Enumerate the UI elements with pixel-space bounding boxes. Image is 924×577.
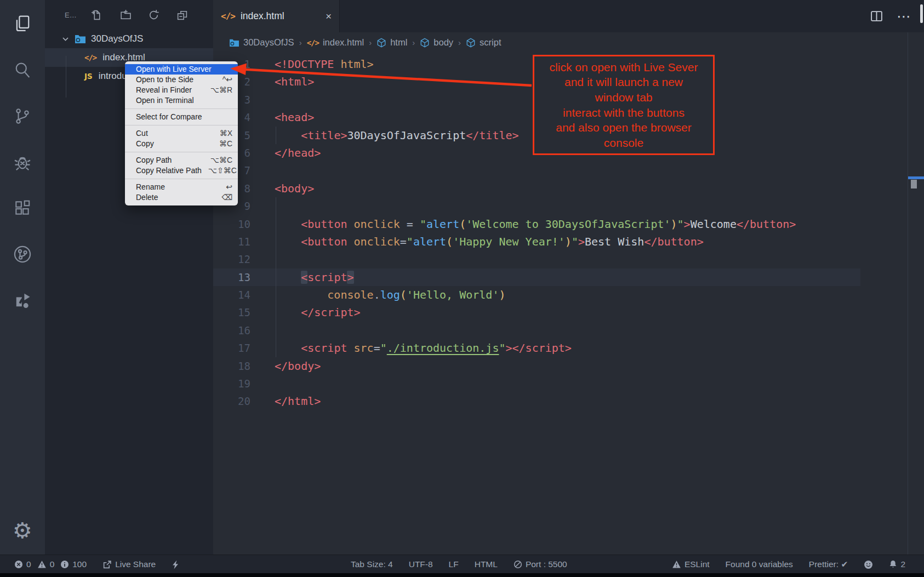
- menu-item-rename[interactable]: Rename↩: [125, 182, 238, 192]
- status-item-found-0-variables[interactable]: Found 0 variables: [726, 559, 793, 569]
- code-line-7[interactable]: 7: [213, 162, 924, 179]
- menu-item-delete[interactable]: Delete⌫: [125, 192, 238, 203]
- breadcrumb-item-script[interactable]: script: [466, 37, 501, 48]
- code-token: ": [380, 341, 387, 355]
- code-token: =: [400, 235, 407, 248]
- status-center: Tab Size: 4UTF-8LFHTMLPort : 5500: [351, 555, 567, 574]
- menu-separator: [125, 152, 238, 152]
- code-token: ): [499, 288, 505, 301]
- settings-gear-icon[interactable]: ⚙: [0, 516, 45, 545]
- status-item-eslint[interactable]: ESLint: [672, 559, 710, 569]
- code-token: <script: [301, 341, 347, 355]
- files-icon[interactable]: [0, 0, 45, 47]
- search-icon[interactable]: [0, 47, 45, 93]
- code-token: .: [374, 288, 380, 301]
- menu-item-copy[interactable]: Copy⌘C: [125, 139, 238, 149]
- status-item-100[interactable]: 100: [60, 559, 87, 569]
- folder-icon: [229, 38, 239, 47]
- status-item-live-share[interactable]: Live Share: [102, 559, 156, 569]
- explorer-title: E…: [65, 11, 77, 19]
- status-item-html[interactable]: HTML: [475, 559, 498, 569]
- menu-separator: [125, 108, 238, 109]
- code-line-17[interactable]: 17 <script src="./introduction.js"></scr…: [213, 339, 924, 357]
- menu-item-shortcut: ⌘X: [220, 128, 232, 139]
- menu-item-shortcut: ⌥⌘C: [210, 155, 232, 165]
- collapse-all-icon[interactable]: [176, 9, 189, 21]
- code-line-10[interactable]: 10 <button onclick = "alert('Welcome to …: [213, 215, 924, 233]
- new-folder-icon[interactable]: [119, 9, 132, 21]
- scrollbar-thumb[interactable]: [911, 180, 917, 188]
- code-line-16[interactable]: 16: [213, 322, 924, 339]
- code-token: Best Wish: [585, 235, 644, 248]
- breadcrumb-item-html[interactable]: html: [377, 37, 407, 48]
- new-file-icon[interactable]: [91, 9, 103, 21]
- status-item-prettier-[interactable]: Prettier: ✔: [809, 559, 848, 569]
- code-line-20[interactable]: 20</html>: [213, 392, 924, 410]
- code-line-12[interactable]: 12: [213, 250, 924, 268]
- code-line-11[interactable]: 11 <button onclick="alert('Happy New Yea…: [213, 233, 924, 250]
- code-line-13[interactable]: 13 <script>: [213, 268, 924, 286]
- code-token: <button: [301, 218, 347, 231]
- refresh-icon[interactable]: [148, 9, 160, 21]
- status-item-text: 0: [26, 559, 31, 569]
- code-line-8[interactable]: 8<body>: [213, 180, 924, 197]
- source-control-icon[interactable]: [0, 93, 45, 139]
- tab-index-html[interactable]: </> index.html ×: [213, 0, 340, 32]
- menu-separator: [125, 179, 238, 179]
- status-item-0[interactable]: 0: [37, 559, 55, 569]
- tree-root-folder[interactable]: 30DaysOfJS: [45, 30, 213, 48]
- code-token: Welcome: [691, 218, 737, 231]
- code-token: src: [347, 341, 373, 355]
- annotation-box: click on open with Live Severand it will…: [533, 55, 715, 155]
- code-line-15[interactable]: 15 </script>: [213, 304, 924, 321]
- close-icon[interactable]: ×: [326, 10, 332, 22]
- window-scrollbar[interactable]: [920, 4, 923, 23]
- bell-icon: [889, 560, 897, 569]
- status-item-text: Live Share: [115, 559, 156, 569]
- extensions-icon[interactable]: [0, 185, 45, 231]
- smiley-icon: [864, 560, 873, 569]
- menu-item-reveal-in-finder[interactable]: Reveal in Finder⌥⌘R: [125, 85, 238, 95]
- code-token: ): [671, 218, 677, 231]
- menu-item-open-with-live-server[interactable]: Open with Live Server: [125, 64, 238, 75]
- status-item-lf[interactable]: LF: [449, 559, 459, 569]
- breadcrumb-label: 30DaysOfJS: [243, 37, 294, 48]
- status-item-smiley[interactable]: [864, 560, 873, 569]
- status-item-lightning-bolt[interactable]: [172, 560, 179, 569]
- share-arrow-icon[interactable]: [0, 277, 45, 323]
- code-line-19[interactable]: 19: [213, 375, 924, 392]
- breadcrumb-separator: ›: [299, 38, 302, 47]
- status-item-2[interactable]: 2: [889, 559, 905, 569]
- menu-item-cut[interactable]: Cut⌘X: [125, 128, 238, 139]
- status-item-port-5500[interactable]: Port : 5500: [514, 559, 567, 569]
- split-editor-icon[interactable]: [870, 9, 883, 23]
- breadcrumb-item-body[interactable]: body: [420, 37, 453, 48]
- menu-item-copy-relative-path[interactable]: Copy Relative Path⌥⇧⌘C: [125, 165, 238, 176]
- annotation-line: console: [534, 135, 713, 151]
- status-item-utf-8[interactable]: UTF-8: [409, 559, 433, 569]
- menu-item-open-in-terminal[interactable]: Open in Terminal: [125, 95, 238, 106]
- menu-item-open-to-the-side[interactable]: Open to the Side^↩: [125, 75, 238, 85]
- menu-item-label: Cut: [136, 128, 213, 139]
- debug-icon[interactable]: [0, 139, 45, 185]
- breadcrumb-label: script: [480, 37, 501, 48]
- circle-branch-icon[interactable]: [0, 231, 45, 277]
- status-item-0[interactable]: 0: [14, 559, 31, 569]
- code-line-14[interactable]: 14 console.log('Hello, World'): [213, 286, 924, 304]
- lightning-bolt-icon: [172, 560, 179, 569]
- code-token: 30DaysOfJavaScript: [347, 129, 466, 142]
- code-line-18[interactable]: 18</body>: [213, 357, 924, 375]
- code-token: [275, 288, 327, 301]
- explorer-header: E…: [45, 0, 213, 30]
- code-token: </html>: [275, 395, 321, 408]
- menu-item-copy-path[interactable]: Copy Path⌥⌘C: [125, 155, 238, 165]
- status-item-tab-size-4[interactable]: Tab Size: 4: [351, 559, 393, 569]
- code-token: onclick: [347, 218, 400, 231]
- activity-bar-top: [0, 0, 45, 323]
- code-line-9[interactable]: 9: [213, 197, 924, 215]
- menu-item-select-for-compare[interactable]: Select for Compare: [125, 112, 238, 122]
- menu-item-shortcut: ⌥⌘R: [210, 85, 232, 95]
- breadcrumb-item-30DaysOfJS[interactable]: 30DaysOfJS: [229, 37, 294, 48]
- breadcrumb-item-index.html[interactable]: </>index.html: [307, 37, 364, 48]
- breadcrumb-label: index.html: [323, 37, 364, 48]
